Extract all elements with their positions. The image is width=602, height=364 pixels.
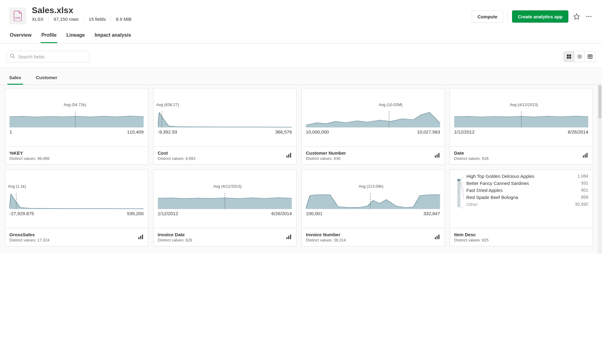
svg-rect-29 [585, 154, 585, 157]
svg-point-5 [10, 54, 14, 57]
svg-rect-20 [287, 155, 288, 157]
svg-rect-32 [138, 237, 139, 239]
field-card-invdate[interactable]: Avg (4/12/2013) 1/12/2012 6/26/2014 Invo… [153, 170, 297, 246]
svg-rect-44 [457, 179, 460, 181]
field-name: Invoice Number [306, 232, 346, 237]
top-value-label: High Top Golden Delcious Apples [466, 174, 534, 179]
scrollbar-thumb[interactable] [598, 85, 601, 119]
meta-size: 8.9 MiB [111, 17, 136, 22]
avg-label: Avg (10.02M) [379, 102, 403, 107]
svg-point-2 [586, 16, 588, 17]
view-mode-grid-icon[interactable] [564, 51, 574, 62]
field-name: Customer Number [306, 150, 346, 156]
search-icon [10, 53, 15, 60]
main-tabs: OverviewProfileLineageImpact analysis [0, 24, 602, 43]
range-min: 100,001 [306, 211, 322, 216]
distinct-values: Distinct values: 96,466 [9, 156, 50, 161]
compute-button[interactable]: Compute [472, 10, 503, 23]
search-fields-input[interactable] [7, 51, 89, 62]
field-card-date[interactable]: Avg (4/12/2013) 1/12/2012 6/26/2014 Date… [450, 88, 593, 165]
main-tab-overview[interactable]: Overview [9, 32, 32, 43]
field-card-gross[interactable]: Avg (1.1k) -27,929.875 539,200 GrossSale… [5, 170, 148, 246]
top-value-label: Red Spade Beef Bologna [466, 195, 518, 200]
scrollbar[interactable] [598, 85, 602, 254]
avg-label: Avg (213.09k) [359, 184, 384, 189]
field-name: GrossSales [9, 232, 50, 237]
favorite-star-icon[interactable] [573, 13, 581, 20]
sheet-tab-sales[interactable]: Sales [7, 72, 23, 85]
svg-marker-1 [574, 14, 579, 19]
svg-line-6 [13, 57, 15, 58]
measure-icon [434, 152, 440, 159]
svg-rect-37 [288, 236, 289, 239]
svg-rect-30 [586, 153, 587, 157]
field-name: Date [454, 150, 489, 156]
field-card-key[interactable]: Avg (54.72k) 1 110,409 %KEY Distinct val… [5, 88, 148, 165]
measure-icon [286, 152, 292, 159]
topvalues-bars-icon [454, 174, 464, 212]
svg-rect-36 [287, 237, 288, 239]
svg-rect-7 [567, 54, 569, 56]
distinct-values: Distinct values: 825 [454, 238, 489, 242]
range-min: 10,000,000 [306, 129, 329, 134]
top-value-count: 858 [581, 195, 588, 200]
other-count: 92,692 [575, 202, 588, 207]
field-name: Cost [158, 150, 196, 156]
top-value-count: 1,084 [578, 174, 588, 179]
main-tab-impact-analysis[interactable]: Impact analysis [94, 32, 132, 43]
range-max: 539,200 [127, 211, 143, 216]
svg-line-49 [460, 207, 464, 208]
distinct-values: Distinct values: 8,693 [158, 156, 196, 161]
avg-label: Avg (1.1k) [8, 184, 26, 189]
top-value-count: 931 [581, 181, 588, 186]
field-card-itemdesc[interactable]: High Top Golden Delcious Apples 1,084 Be… [450, 170, 593, 246]
create-analytics-app-button[interactable]: Create analytics app [512, 10, 568, 23]
view-mode-list-icon[interactable] [574, 51, 585, 62]
svg-point-3 [588, 16, 589, 17]
svg-rect-38 [290, 234, 291, 239]
svg-rect-41 [437, 236, 437, 239]
range-max: 332,847 [423, 211, 440, 216]
range-min: 1/12/2012 [158, 211, 178, 216]
view-mode-table-icon[interactable] [585, 51, 595, 62]
measure-icon [138, 234, 144, 241]
svg-line-47 [460, 182, 464, 192]
svg-rect-42 [438, 234, 439, 239]
svg-rect-10 [569, 57, 571, 59]
measure-icon [434, 234, 440, 241]
svg-rect-43 [457, 179, 460, 207]
sheet-tabs: SalesCustomer [0, 68, 602, 85]
field-card-custnum[interactable]: Avg (10.02M) 10,000,000 10,027,583 Custo… [301, 88, 445, 165]
svg-rect-21 [288, 154, 289, 157]
svg-rect-14 [588, 55, 592, 58]
svg-line-45 [460, 177, 464, 180]
sheet-tab-customer[interactable]: Customer [34, 72, 59, 85]
distinct-values: Distinct values: 636 [306, 156, 346, 161]
svg-rect-34 [142, 234, 143, 239]
main-tab-profile[interactable]: Profile [41, 32, 57, 43]
field-name: %KEY [9, 150, 50, 156]
meta-fields: 15 fields [84, 17, 111, 22]
svg-rect-25 [437, 154, 437, 157]
svg-rect-28 [583, 155, 584, 157]
field-name: Invoice Date [158, 232, 192, 237]
avg-label: Avg (54.72k) [64, 102, 86, 107]
main-tab-lineage[interactable]: Lineage [66, 32, 85, 43]
file-type-icon: XLSX [9, 7, 26, 24]
svg-rect-40 [435, 237, 436, 239]
svg-rect-22 [290, 153, 291, 157]
svg-text:XLSX: XLSX [15, 17, 20, 19]
svg-point-4 [590, 16, 592, 17]
avg-label: Avg (638.27) [156, 102, 179, 107]
svg-rect-24 [435, 155, 436, 157]
field-name: Item Desc [454, 232, 489, 237]
meta-rows: 97,150 rows [49, 17, 84, 22]
range-min: 1/12/2012 [454, 129, 475, 134]
field-card-invnum[interactable]: Avg (213.09k) 100,001 332,847 Invoice Nu… [301, 170, 445, 246]
more-menu-icon[interactable] [585, 13, 593, 20]
range-max: 6/26/2014 [568, 129, 588, 134]
field-card-cost[interactable]: Avg (638.27) -9,392.93 366,576 Cost Dist… [153, 88, 297, 165]
top-value-row: Red Spade Beef Bologna 858 [466, 195, 589, 200]
avg-label: Avg (4/12/2013) [213, 184, 241, 189]
range-max: 10,027,583 [417, 129, 440, 134]
